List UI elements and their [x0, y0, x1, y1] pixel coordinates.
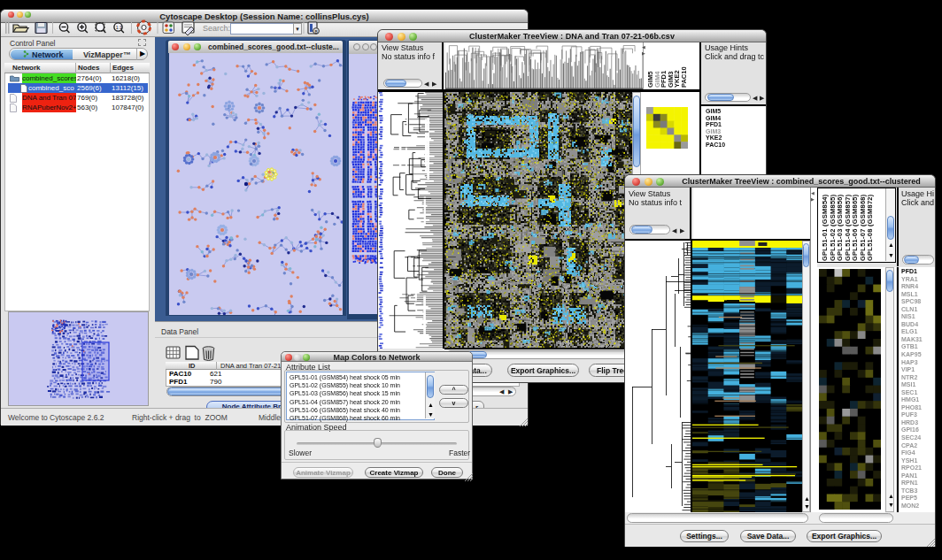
- svg-text:1:1: 1:1: [116, 25, 122, 30]
